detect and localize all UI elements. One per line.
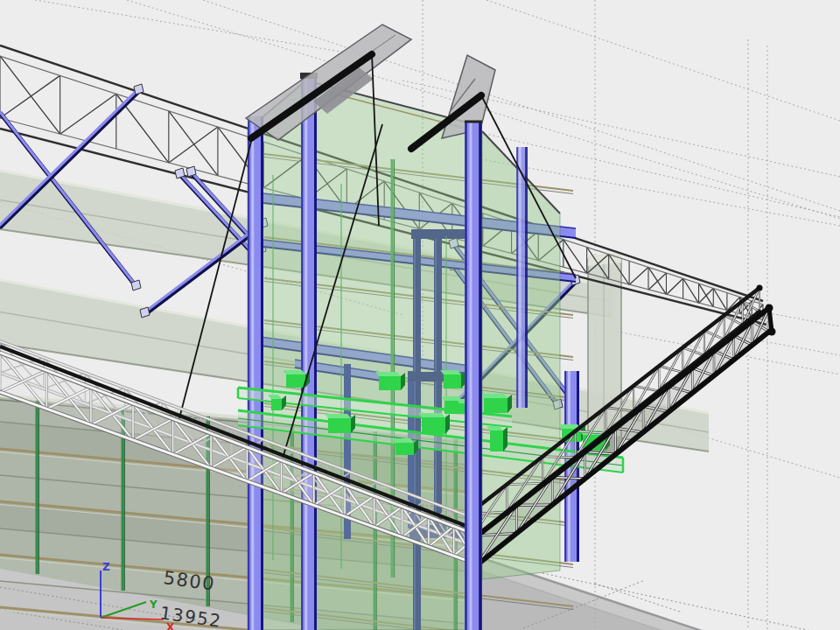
axis-y-label: Y xyxy=(149,598,158,611)
model-3d-scene[interactable]: 5800 13952 Z Y X xyxy=(0,0,840,630)
cad-viewport[interactable]: 5800 13952 Z Y X xyxy=(0,0,840,630)
axis-z-label: Z xyxy=(102,561,110,573)
axis-x-label: X xyxy=(166,621,175,630)
core-structure[interactable] xyxy=(248,73,579,630)
front-column[interactable] xyxy=(465,122,482,630)
